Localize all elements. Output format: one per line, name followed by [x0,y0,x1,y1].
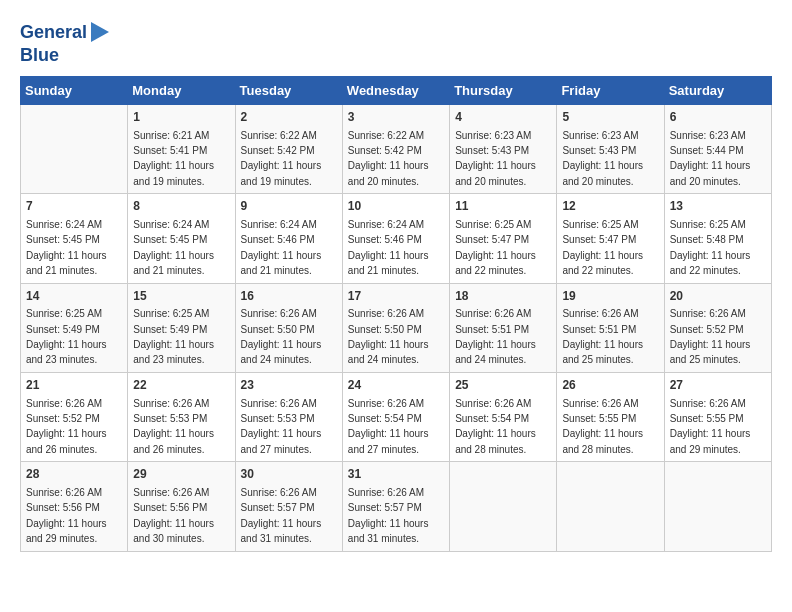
calendar-cell: 30Sunrise: 6:26 AMSunset: 5:57 PMDayligh… [235,462,342,551]
day-detail: Sunrise: 6:25 AMSunset: 5:49 PMDaylight:… [133,308,214,365]
day-number: 22 [133,377,229,394]
calendar-cell: 20Sunrise: 6:26 AMSunset: 5:52 PMDayligh… [664,283,771,372]
calendar-cell [21,104,128,193]
header-saturday: Saturday [664,76,771,104]
calendar-table: SundayMondayTuesdayWednesdayThursdayFrid… [20,76,772,552]
day-number: 29 [133,466,229,483]
header-wednesday: Wednesday [342,76,449,104]
calendar-cell: 9Sunrise: 6:24 AMSunset: 5:46 PMDaylight… [235,194,342,283]
logo-arrow-icon [91,22,109,42]
day-detail: Sunrise: 6:24 AMSunset: 5:45 PMDaylight:… [26,219,107,276]
calendar-cell: 6Sunrise: 6:23 AMSunset: 5:44 PMDaylight… [664,104,771,193]
day-detail: Sunrise: 6:26 AMSunset: 5:57 PMDaylight:… [241,487,322,544]
day-number: 20 [670,288,766,305]
day-detail: Sunrise: 6:26 AMSunset: 5:55 PMDaylight:… [670,398,751,455]
calendar-cell: 16Sunrise: 6:26 AMSunset: 5:50 PMDayligh… [235,283,342,372]
calendar-cell: 3Sunrise: 6:22 AMSunset: 5:42 PMDaylight… [342,104,449,193]
calendar-cell: 4Sunrise: 6:23 AMSunset: 5:43 PMDaylight… [450,104,557,193]
day-number: 17 [348,288,444,305]
calendar-cell: 14Sunrise: 6:25 AMSunset: 5:49 PMDayligh… [21,283,128,372]
day-detail: Sunrise: 6:23 AMSunset: 5:44 PMDaylight:… [670,130,751,187]
header-sunday: Sunday [21,76,128,104]
header-thursday: Thursday [450,76,557,104]
calendar-week-row: 7Sunrise: 6:24 AMSunset: 5:45 PMDaylight… [21,194,772,283]
page-header: General Blue [20,20,772,66]
day-number: 12 [562,198,658,215]
day-number: 24 [348,377,444,394]
calendar-cell: 18Sunrise: 6:26 AMSunset: 5:51 PMDayligh… [450,283,557,372]
day-detail: Sunrise: 6:26 AMSunset: 5:55 PMDaylight:… [562,398,643,455]
calendar-cell: 10Sunrise: 6:24 AMSunset: 5:46 PMDayligh… [342,194,449,283]
calendar-cell: 28Sunrise: 6:26 AMSunset: 5:56 PMDayligh… [21,462,128,551]
day-detail: Sunrise: 6:25 AMSunset: 5:49 PMDaylight:… [26,308,107,365]
calendar-cell: 13Sunrise: 6:25 AMSunset: 5:48 PMDayligh… [664,194,771,283]
day-number: 13 [670,198,766,215]
calendar-cell: 24Sunrise: 6:26 AMSunset: 5:54 PMDayligh… [342,372,449,461]
day-detail: Sunrise: 6:21 AMSunset: 5:41 PMDaylight:… [133,130,214,187]
day-number: 16 [241,288,337,305]
day-number: 14 [26,288,122,305]
calendar-week-row: 1Sunrise: 6:21 AMSunset: 5:41 PMDaylight… [21,104,772,193]
day-detail: Sunrise: 6:26 AMSunset: 5:51 PMDaylight:… [562,308,643,365]
header-tuesday: Tuesday [235,76,342,104]
header-friday: Friday [557,76,664,104]
calendar-cell: 27Sunrise: 6:26 AMSunset: 5:55 PMDayligh… [664,372,771,461]
day-detail: Sunrise: 6:22 AMSunset: 5:42 PMDaylight:… [348,130,429,187]
day-number: 1 [133,109,229,126]
logo: General Blue [20,20,109,66]
day-detail: Sunrise: 6:26 AMSunset: 5:50 PMDaylight:… [348,308,429,365]
calendar-cell: 23Sunrise: 6:26 AMSunset: 5:53 PMDayligh… [235,372,342,461]
day-number: 27 [670,377,766,394]
calendar-cell: 2Sunrise: 6:22 AMSunset: 5:42 PMDaylight… [235,104,342,193]
day-detail: Sunrise: 6:26 AMSunset: 5:51 PMDaylight:… [455,308,536,365]
calendar-week-row: 28Sunrise: 6:26 AMSunset: 5:56 PMDayligh… [21,462,772,551]
day-number: 8 [133,198,229,215]
day-number: 2 [241,109,337,126]
day-detail: Sunrise: 6:26 AMSunset: 5:56 PMDaylight:… [26,487,107,544]
calendar-cell [557,462,664,551]
calendar-cell [664,462,771,551]
calendar-cell: 7Sunrise: 6:24 AMSunset: 5:45 PMDaylight… [21,194,128,283]
day-number: 31 [348,466,444,483]
calendar-cell: 19Sunrise: 6:26 AMSunset: 5:51 PMDayligh… [557,283,664,372]
day-detail: Sunrise: 6:26 AMSunset: 5:50 PMDaylight:… [241,308,322,365]
calendar-cell: 25Sunrise: 6:26 AMSunset: 5:54 PMDayligh… [450,372,557,461]
day-number: 30 [241,466,337,483]
day-detail: Sunrise: 6:24 AMSunset: 5:46 PMDaylight:… [241,219,322,276]
day-number: 5 [562,109,658,126]
calendar-cell: 22Sunrise: 6:26 AMSunset: 5:53 PMDayligh… [128,372,235,461]
day-detail: Sunrise: 6:25 AMSunset: 5:47 PMDaylight:… [562,219,643,276]
day-detail: Sunrise: 6:26 AMSunset: 5:54 PMDaylight:… [348,398,429,455]
day-detail: Sunrise: 6:24 AMSunset: 5:46 PMDaylight:… [348,219,429,276]
day-detail: Sunrise: 6:26 AMSunset: 5:57 PMDaylight:… [348,487,429,544]
day-number: 4 [455,109,551,126]
day-number: 3 [348,109,444,126]
day-number: 23 [241,377,337,394]
svg-marker-0 [91,22,109,42]
day-number: 18 [455,288,551,305]
day-detail: Sunrise: 6:25 AMSunset: 5:48 PMDaylight:… [670,219,751,276]
day-number: 6 [670,109,766,126]
calendar-cell [450,462,557,551]
calendar-cell: 17Sunrise: 6:26 AMSunset: 5:50 PMDayligh… [342,283,449,372]
header-monday: Monday [128,76,235,104]
day-number: 9 [241,198,337,215]
day-detail: Sunrise: 6:24 AMSunset: 5:45 PMDaylight:… [133,219,214,276]
calendar-cell: 15Sunrise: 6:25 AMSunset: 5:49 PMDayligh… [128,283,235,372]
calendar-cell: 5Sunrise: 6:23 AMSunset: 5:43 PMDaylight… [557,104,664,193]
day-number: 25 [455,377,551,394]
logo-text-line2: Blue [20,46,59,66]
day-number: 21 [26,377,122,394]
day-number: 7 [26,198,122,215]
calendar-cell: 31Sunrise: 6:26 AMSunset: 5:57 PMDayligh… [342,462,449,551]
day-number: 28 [26,466,122,483]
day-detail: Sunrise: 6:26 AMSunset: 5:53 PMDaylight:… [241,398,322,455]
day-detail: Sunrise: 6:26 AMSunset: 5:52 PMDaylight:… [670,308,751,365]
calendar-header-row: SundayMondayTuesdayWednesdayThursdayFrid… [21,76,772,104]
calendar-cell: 21Sunrise: 6:26 AMSunset: 5:52 PMDayligh… [21,372,128,461]
day-detail: Sunrise: 6:23 AMSunset: 5:43 PMDaylight:… [562,130,643,187]
day-detail: Sunrise: 6:25 AMSunset: 5:47 PMDaylight:… [455,219,536,276]
calendar-cell: 12Sunrise: 6:25 AMSunset: 5:47 PMDayligh… [557,194,664,283]
day-detail: Sunrise: 6:26 AMSunset: 5:56 PMDaylight:… [133,487,214,544]
day-number: 26 [562,377,658,394]
